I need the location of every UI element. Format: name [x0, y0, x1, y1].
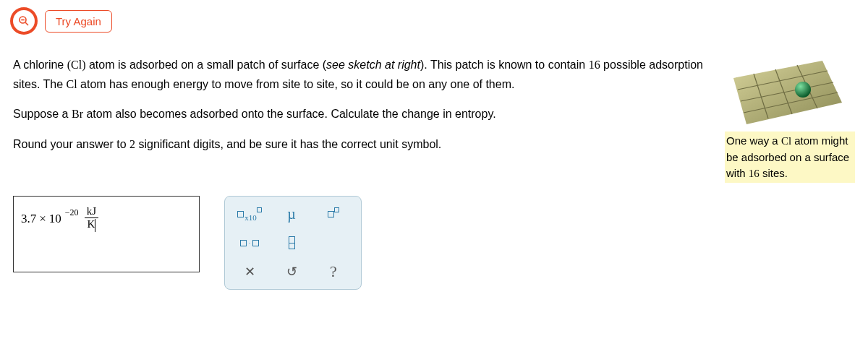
text: One way a: [726, 134, 781, 147]
text: Suppose a: [13, 108, 72, 120]
text: ). This patch is known to contain: [420, 59, 589, 71]
number: 16: [749, 168, 760, 179]
times-symbol: ×: [39, 212, 46, 226]
chem-symbol: Cl: [67, 78, 77, 90]
answer-coefficient: 3.7: [21, 212, 36, 226]
dot-symbol: ·: [249, 240, 250, 246]
text: A chlorine: [13, 59, 67, 71]
sketch-image: [725, 55, 844, 127]
number: 16: [589, 59, 600, 71]
feedback-icon: [10, 7, 38, 35]
question-text: A chlorine (Cl) atom is adsorbed on a sm…: [13, 55, 707, 183]
try-again-button[interactable]: Try Again: [45, 10, 112, 33]
mu-button[interactable]: µ: [278, 204, 305, 224]
multiply-dot-button[interactable]: ·: [237, 233, 263, 253]
text: atom also becomes adsorbed onto the surf…: [83, 108, 496, 120]
clear-button[interactable]: ✕: [237, 262, 263, 282]
answer-exponent: −20: [65, 207, 79, 218]
chem-symbol: Cl: [781, 135, 791, 147]
label: x10: [244, 213, 257, 222]
text: sites.: [760, 167, 788, 179]
text: atom has enough energy to move from site…: [77, 78, 515, 90]
text: atom is adsorbed on a small patch of sur…: [86, 59, 327, 71]
text-italic: see sketch at right: [326, 59, 420, 71]
symbol-palette: x10 µ · ✕ ↺ ?: [224, 196, 362, 290]
svg-line-1: [25, 22, 28, 25]
number: 2: [129, 138, 135, 150]
answer-input-box[interactable]: 3.7 × 10−20 kJ K: [13, 196, 200, 272]
spacer: [320, 233, 346, 253]
text: Round your answer to: [13, 138, 129, 150]
help-button[interactable]: ?: [320, 262, 346, 282]
text: significant digits, and be sure it has t…: [135, 138, 441, 150]
sci-notation-button[interactable]: x10: [237, 204, 263, 224]
unit-numerator: kJ: [85, 205, 98, 218]
undo-button[interactable]: ↺: [278, 262, 305, 282]
text-cursor: [95, 219, 95, 232]
svg-point-10: [795, 82, 811, 98]
chem-symbol: Br: [72, 108, 83, 120]
chem-symbol: (Cl): [67, 59, 86, 71]
answer-expression: 3.7 × 10−20 kJ K: [21, 205, 98, 232]
fraction-button[interactable]: [278, 233, 305, 253]
svg-marker-3: [733, 61, 842, 124]
unit-denominator: K: [87, 218, 95, 230]
answer-base: 10: [49, 212, 61, 226]
superscript-button[interactable]: [320, 204, 346, 224]
sketch-caption: One way a Cl atom might be adsorbed on a…: [725, 132, 855, 183]
